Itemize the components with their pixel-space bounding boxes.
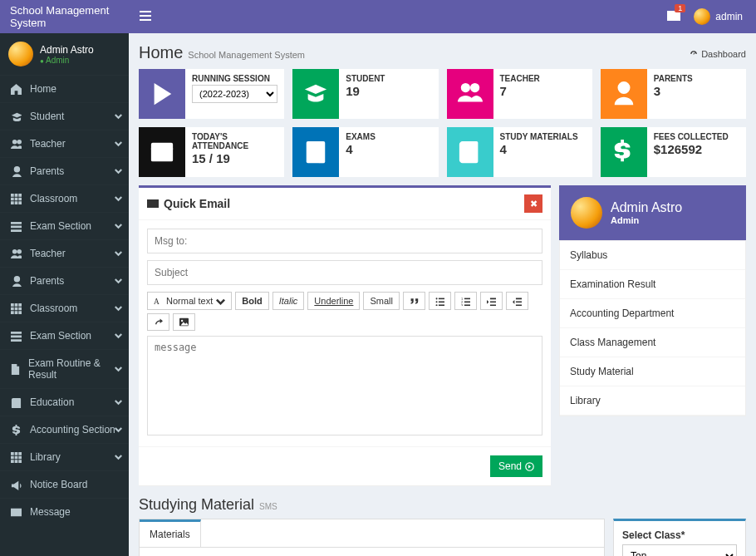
bold-button[interactable]: Bold	[235, 292, 268, 310]
session-select[interactable]: (2022-2023)	[192, 85, 277, 103]
profile-link-syllabus[interactable]: Syllabus	[560, 241, 745, 270]
chevron-down-icon	[115, 138, 122, 150]
stat-card-running-session[interactable]: Running Session(2022-2023)	[139, 69, 284, 119]
stat-card-parents[interactable]: PARENTS3	[601, 69, 746, 119]
grad-icon	[303, 81, 328, 106]
redo-icon	[154, 317, 163, 327]
menu-icon	[8, 452, 23, 463]
chevron-down-icon	[115, 424, 122, 435]
quote-icon	[410, 297, 419, 306]
sidebar-item-parents[interactable]: Parents	[0, 157, 129, 185]
chevron-down-icon	[115, 330, 122, 342]
sidebar-toggle[interactable]	[129, 10, 162, 24]
profile-link-library[interactable]: Library	[560, 386, 745, 416]
stat-card-fees-collected[interactable]: FEES COLLECTED$126592	[601, 127, 746, 177]
menu-icon	[8, 221, 23, 232]
page-title: Home	[139, 43, 183, 62]
close-button[interactable]: ✖	[524, 194, 542, 213]
chevron-down-icon	[115, 111, 122, 122]
menu-icon	[8, 507, 23, 518]
ul-button[interactable]	[429, 292, 451, 310]
italic-button[interactable]: Italic	[272, 292, 305, 310]
indent-button[interactable]	[480, 292, 503, 310]
sidebar-item-exam-section[interactable]: Exam Section	[0, 212, 129, 239]
send-button[interactable]: Send	[490, 455, 542, 477]
cal-icon	[150, 140, 174, 165]
stat-card-exams[interactable]: EXAMS4	[292, 127, 438, 177]
class-select[interactable]: Ten	[622, 544, 737, 556]
msg-to-input[interactable]	[147, 229, 542, 253]
underline-button[interactable]: Underline	[307, 292, 360, 310]
menu-icon	[8, 194, 23, 204]
stat-card-today-s-attendance[interactable]: TODAY'S ATTENDANCE15 / 19	[139, 127, 284, 177]
chevron-down-icon	[115, 303, 122, 314]
tab-materials[interactable]: Materials	[140, 519, 201, 547]
sidebar-username: Admin Astro	[40, 44, 94, 56]
sidebar-item-library[interactable]: Library	[0, 443, 129, 470]
dollar-icon	[611, 140, 636, 165]
materials-box: Materials FileAdded ByDownloadedOption s…	[139, 519, 605, 556]
sidebar-item-teacher[interactable]: Teacher	[0, 239, 129, 267]
quote-button[interactable]	[403, 292, 425, 310]
quick-email-box: Quick Email ✖ Normal text Bold Italic Un…	[139, 185, 551, 486]
menu-icon	[8, 331, 23, 342]
profile-link-study-material[interactable]: Study Material	[560, 357, 745, 386]
user-menu[interactable]: admin	[694, 8, 743, 25]
ol-button[interactable]	[454, 292, 477, 310]
envelope-icon	[147, 198, 159, 209]
sidebar-item-home[interactable]: Home	[0, 75, 129, 102]
chevron-down-icon	[115, 396, 122, 408]
menu-icon	[8, 364, 22, 375]
message-input[interactable]	[147, 336, 542, 435]
sidebar-item-accounting-section[interactable]: Accounting Section	[0, 416, 129, 443]
notif-badge: 1	[675, 4, 685, 12]
subject-input[interactable]	[147, 260, 542, 285]
top-username: admin	[715, 11, 743, 22]
menu-icon	[8, 425, 23, 435]
notifications-button[interactable]: 1	[667, 9, 680, 25]
sidebar-item-exam-section[interactable]: Exam Section	[0, 322, 129, 349]
users-icon	[458, 81, 483, 106]
sidebar-item-parents[interactable]: Parents	[0, 267, 129, 294]
outdent-button[interactable]	[506, 292, 528, 310]
stat-card-teacher[interactable]: TEACHER7	[447, 69, 592, 119]
sidebar-item-classroom[interactable]: Classroom	[0, 185, 129, 212]
note-icon	[303, 140, 328, 165]
redo-button[interactable]	[147, 313, 169, 331]
list-ol-icon	[461, 297, 470, 306]
avatar-icon	[571, 197, 602, 229]
sidebar-item-exam-routine-result[interactable]: Exam Routine & Result	[0, 349, 129, 388]
sidebar-item-notice-board[interactable]: Notice Board	[0, 470, 129, 498]
sidebar-item-classroom[interactable]: Classroom	[0, 294, 129, 322]
app-logo[interactable]: School Management System	[0, 0, 129, 33]
chevron-down-icon	[115, 451, 122, 463]
profile-link-class-management[interactable]: Class Management	[560, 328, 745, 357]
chevron-down-icon	[115, 220, 122, 232]
study-title: Studying Material	[139, 496, 254, 514]
sidebar-item-education[interactable]: Education	[0, 388, 129, 416]
menu-icon	[8, 303, 23, 314]
outdent-icon	[513, 297, 522, 306]
avatar-icon	[8, 42, 33, 66]
chevron-down-icon	[115, 193, 122, 204]
list-ul-icon	[435, 297, 444, 306]
font-select[interactable]: Normal text	[147, 292, 232, 310]
profile-header: Admin Astro Admin	[559, 185, 746, 240]
chevron-down-icon	[216, 297, 225, 306]
page-subtitle: School Management System	[188, 50, 305, 60]
sidebar-item-message[interactable]: Message	[0, 498, 129, 525]
menu-icon	[8, 480, 23, 490]
chevron-down-icon	[115, 363, 122, 375]
profile-link-accounting-department[interactable]: Accounting Department	[560, 299, 745, 328]
sidebar-item-student[interactable]: Student	[0, 102, 129, 130]
stat-card-student[interactable]: STUDENT19	[292, 69, 438, 119]
profile-link-examination-result[interactable]: Examination Result	[560, 270, 745, 299]
small-button[interactable]: Small	[363, 292, 400, 310]
stat-card-study-materials[interactable]: STUDY MATERIALS4	[447, 127, 592, 177]
profile-role: Admin	[611, 215, 682, 225]
chevron-down-icon	[115, 275, 122, 287]
sidebar-item-teacher[interactable]: Teacher	[0, 130, 129, 157]
image-button[interactable]	[173, 313, 195, 331]
profile-name: Admin Astro	[611, 200, 682, 215]
breadcrumb[interactable]: Dashboard	[690, 49, 746, 59]
